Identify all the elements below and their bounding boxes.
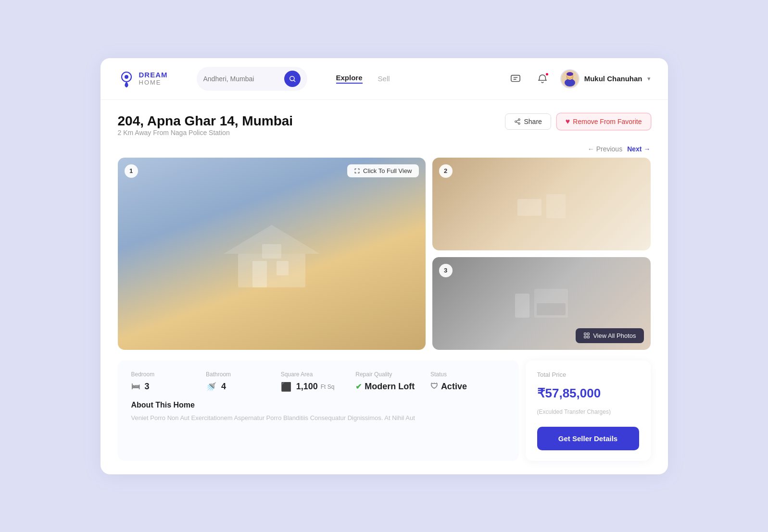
repair-label: Repair Quality — [355, 371, 422, 378]
page-content: 204, Apna Ghar 14, Mumbai 2 Km Away From… — [101, 100, 668, 474]
svg-rect-2 — [511, 75, 520, 81]
bathroom-label: Bathroom — [206, 371, 272, 378]
area-value: ⬛ 1,100 Ft Sq — [281, 382, 347, 392]
main-photo[interactable]: 1 Click To Full View — [118, 158, 426, 350]
notification-dot — [545, 72, 549, 76]
bath-icon: 🚿 — [206, 382, 216, 392]
price-label: Total Price — [537, 371, 639, 378]
about-title: About This Home — [131, 401, 505, 409]
get-seller-button[interactable]: Get Seller Details — [537, 427, 639, 450]
property-title-row: 204, Apna Ghar 14, Mumbai 2 Km Away From… — [118, 113, 651, 143]
bedroom-value: 🛏 3 — [131, 382, 198, 392]
area-icon: ⬛ — [281, 382, 291, 392]
property-title: 204, Apna Ghar 14, Mumbai — [118, 113, 293, 129]
status-value: 🛡 Active — [430, 382, 497, 392]
bedroom-label: Bedroom — [131, 371, 198, 378]
next-button[interactable]: Next → Next → — [627, 145, 650, 153]
photo-number-2: 2 — [439, 164, 453, 178]
stat-bedroom: Bedroom 🛏 3 — [131, 371, 206, 392]
view-all-label: View All Photos — [593, 332, 636, 339]
search-input[interactable] — [203, 75, 271, 83]
header: DREAM HOME Explore Sell — [101, 58, 668, 100]
svg-rect-15 — [277, 261, 289, 275]
svg-rect-25 — [587, 336, 589, 338]
svg-rect-19 — [515, 294, 529, 318]
share-button[interactable]: Share — [505, 113, 551, 130]
property-subtitle: 2 Km Away From Naga Police Station — [118, 129, 293, 136]
user-menu[interactable]: Mukul Chanuhan ▾ — [560, 69, 651, 88]
favorite-label: Remove From Favorite — [573, 118, 642, 125]
house-image — [118, 158, 426, 350]
photo-gallery: 1 Click To Full View 2 — [118, 158, 651, 350]
photo-number-1: 1 — [125, 164, 138, 178]
header-right: Mukul Chanuhan ▾ — [506, 69, 651, 88]
user-name: Mukul Chanuhan — [584, 74, 642, 83]
full-view-label: Click To Full View — [363, 167, 412, 174]
stat-status: Status 🛡 Active — [430, 371, 505, 392]
svg-rect-14 — [252, 261, 267, 287]
chevron-down-icon: ▾ — [647, 75, 651, 82]
svg-point-11 — [518, 123, 520, 124]
view-all-photos-button[interactable]: View All Photos — [576, 328, 643, 343]
side-photo-2[interactable]: 2 — [432, 158, 651, 250]
price-value: ₹57,85,000 — [537, 386, 639, 401]
arrow-left-icon: ← — [588, 145, 594, 153]
about-text: Veniet Porro Non Aut Exercitationem Aspe… — [131, 413, 505, 423]
svg-rect-24 — [584, 336, 586, 338]
svg-rect-16 — [262, 244, 281, 259]
area-label: Square Area — [281, 371, 347, 378]
nav-sell[interactable]: Sell — [378, 74, 390, 83]
stat-bathroom: Bathroom 🚿 4 — [206, 371, 281, 392]
search-bar — [197, 67, 307, 91]
status-label: Status — [430, 371, 497, 378]
logo-text: DREAM HOME — [139, 71, 168, 86]
logo-dream: DREAM — [139, 71, 168, 79]
svg-rect-22 — [584, 333, 586, 335]
svg-point-9 — [518, 119, 520, 121]
svg-rect-12 — [238, 254, 305, 287]
nav-explore[interactable]: Explore — [336, 74, 363, 84]
property-title-group: 204, Apna Ghar 14, Mumbai 2 Km Away From… — [118, 113, 293, 143]
bathroom-value: 🚿 4 — [206, 382, 272, 392]
favorite-button[interactable]: ♥ Remove From Favorite — [557, 113, 651, 130]
repair-value: ✔ Modern Loft — [355, 382, 422, 392]
search-button[interactable] — [284, 71, 301, 87]
arrow-right-icon: → — [644, 145, 651, 153]
logo: DREAM HOME — [118, 70, 180, 87]
action-buttons: Share ♥ Remove From Favorite — [505, 113, 650, 130]
prev-button[interactable]: ← ← Previous Previous — [588, 145, 622, 153]
logo-home: HOME — [139, 79, 168, 86]
svg-rect-7 — [567, 80, 573, 82]
photo-number-3: 3 — [439, 264, 453, 277]
svg-rect-17 — [517, 199, 541, 216]
stat-area: Square Area ⬛ 1,100 Ft Sq — [281, 371, 356, 392]
main-nav: Explore Sell — [336, 74, 390, 84]
svg-point-10 — [515, 121, 517, 123]
stat-repair: Repair Quality ✔ Modern Loft — [355, 371, 430, 392]
notifications-button[interactable] — [533, 70, 552, 88]
property-stats: Bedroom 🛏 3 Bathroom 🚿 4 — [131, 371, 505, 392]
heart-icon: ♥ — [566, 117, 570, 126]
property-details-card: Bedroom 🛏 3 Bathroom 🚿 4 — [118, 360, 519, 461]
price-card: Total Price ₹57,85,000 (Exculded Transfe… — [526, 360, 651, 461]
svg-rect-18 — [546, 194, 566, 218]
share-label: Share — [524, 118, 541, 125]
check-icon: ✔ — [355, 382, 362, 391]
messages-button[interactable] — [506, 70, 525, 88]
details-row: Bedroom 🛏 3 Bathroom 🚿 4 — [118, 360, 651, 461]
shield-icon: 🛡 — [430, 382, 438, 391]
svg-point-8 — [567, 72, 573, 76]
price-note: (Exculded Transfer Charges) — [537, 408, 639, 415]
bed-icon: 🛏 — [131, 382, 140, 392]
svg-rect-21 — [537, 303, 566, 315]
logo-icon — [118, 70, 135, 87]
full-view-button[interactable]: Click To Full View — [347, 164, 418, 177]
svg-rect-23 — [587, 333, 589, 335]
side-photo-3[interactable]: 3 View All Photos — [432, 257, 651, 350]
room-image — [432, 158, 651, 250]
avatar — [560, 69, 579, 88]
photo-navigation: ← ← Previous Previous Next → Next → — [118, 145, 651, 153]
side-photos: 2 3 View All Photos — [432, 158, 651, 350]
